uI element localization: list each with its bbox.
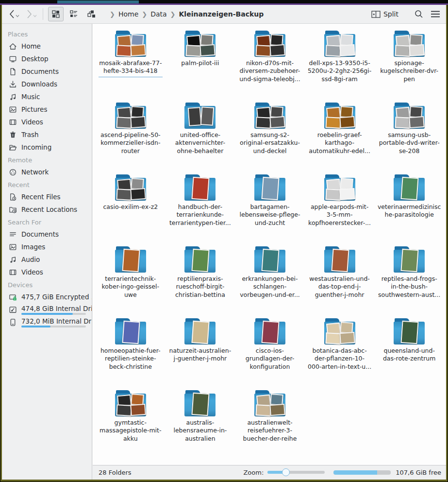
folder-item[interactable]: reptilienpraxis- rueschoff-birgit- chris… [166, 242, 235, 314]
device-entry: 732,0 MiB Internal Dri... [21, 317, 92, 327]
folder-item[interactable]: westaustralien-und- das-top-end-j- guent… [305, 242, 375, 314]
folder-preview-thumbnail [116, 117, 132, 129]
folder-item[interactable]: spionage- kugelschreiber-dvr- pen [374, 27, 444, 99]
sidebar-item-label: Trash [21, 131, 39, 138]
menu-button[interactable] [431, 10, 440, 18]
section-title-remote: Remote [2, 154, 92, 166]
sidebar-item-475-7-gib-encrypted[interactable]: 475,7 GiB Encrypted ... [2, 291, 92, 303]
doc-lines-icon [9, 230, 17, 239]
sidebar-item-pictures[interactable]: Pictures [2, 103, 92, 116]
sidebar-item-recent-files[interactable]: Recent Files [2, 190, 92, 203]
tree-view-icon [87, 10, 96, 18]
breadcrumb-chevron-icon: ❯ [170, 11, 176, 18]
section-title-places: Places [2, 28, 92, 40]
back-button[interactable] [9, 9, 19, 19]
folder-icon [324, 103, 355, 129]
folder-name: erkrankungen-bei- schlangen- vorbeugen-u… [240, 275, 300, 299]
sidebar-item-videos[interactable]: Videos [2, 266, 92, 278]
folder-item[interactable]: united-office- aktenvernichter- ohne-beh… [166, 99, 235, 171]
sidebar-item-732-0-mib-internal-dri[interactable]: 732,0 MiB Internal Dri... [2, 316, 92, 328]
folder-item[interactable]: terrarientechnik- kober-ingo-geissel- uw… [96, 242, 166, 314]
sidebar-item-documents[interactable]: Documents [2, 65, 92, 78]
folder-item[interactable]: naturzeit-australien- j-guenther-j-mohr [166, 314, 235, 386]
folder-item[interactable]: bartagamen- lebensweise-pflege- und-zuch… [235, 171, 305, 242]
sidebar-item-audio[interactable]: Audio [2, 253, 92, 266]
sidebar-item-downloads[interactable]: Downloads [2, 78, 92, 90]
folder-item[interactable]: samsung-usb- portable-dvd-writer- se-208 [374, 99, 444, 171]
sidebar-item-label: Pictures [21, 105, 47, 113]
folder-name: apple-earpods-mit- 3-5-mm- kopfhoererste… [308, 203, 371, 227]
icons-view-button[interactable] [48, 7, 64, 21]
folder-item[interactable]: roebelin-graef- karthago- automatikuhr-e… [305, 99, 375, 171]
folder-item[interactable]: mosaik-abrafaxe-77- hefte-334-bis-418 [96, 27, 166, 99]
folder-icon [254, 31, 285, 57]
folder-item[interactable]: australis- lebensraeume-in- australien [166, 386, 235, 458]
folder-item[interactable]: botanica-das-abc- der-pflanzen-10- 000-a… [305, 314, 375, 386]
folder-view[interactable]: mosaik-abrafaxe-77- hefte-334-bis-418pal… [93, 24, 446, 465]
folder-preview-thumbnail [331, 249, 349, 272]
folder-item[interactable]: erkrankungen-bei- schlangen- vorbeugen-u… [235, 242, 305, 314]
folder-preview-thumbnail [192, 321, 210, 344]
folder-item[interactable]: gymtastic- massagepistole-mit- akku [96, 386, 166, 458]
zoom-slider[interactable] [267, 468, 325, 477]
folder-item[interactable]: casio-exilim-ex-z2 [96, 171, 166, 242]
search-button[interactable] [414, 9, 424, 19]
folder-icon [254, 103, 285, 129]
sidebar-item-videos[interactable]: Videos [2, 116, 92, 128]
folder-icon [394, 318, 425, 344]
folder-icon [394, 246, 425, 273]
sidebar-item-incoming[interactable]: Incoming [2, 141, 92, 154]
folder-item[interactable]: dell-xps-13-9350-i5- 5200u-2-2ghz-256gi-… [305, 27, 375, 99]
forward-button[interactable] [26, 9, 37, 19]
sidebar-item-label: Images [21, 243, 45, 251]
sidebar-item-label: Desktop [21, 55, 49, 63]
folder-item[interactable]: nikon-d70s-mit- diversem-zubehoer- und-s… [235, 27, 305, 99]
status-bar: 28 Folders Zoom: 107,6 GiB free [93, 465, 446, 480]
sidebar-item-music[interactable]: Music [2, 90, 92, 103]
section-title-recent: Recent [2, 178, 92, 190]
breadcrumb: ❯ Home ❯ Data ❯ Kleinanzeigen-Backup [106, 10, 264, 18]
folder-item[interactable]: apple-earpods-mit- 3-5-mm- kopfhoererste… [305, 171, 375, 242]
folder-name: palm-pilot-iii [181, 59, 219, 67]
folder-item[interactable]: queensland-und- das-rote-zentrum [374, 314, 444, 386]
sidebar-item-recent-locations[interactable]: Recent Locations [2, 203, 92, 216]
folder-name: casio-exilim-ex-z2 [103, 203, 158, 211]
sidebar-item-images[interactable]: Images [2, 241, 92, 253]
folder-icon [115, 103, 146, 129]
split-button[interactable]: Split [371, 10, 398, 18]
folder-item[interactable]: samsung-s2- original-ersatzakku- und-dec… [235, 99, 305, 171]
folder-icon [254, 174, 285, 201]
folder-item[interactable]: cisco-ios- grundlagen-der- konfiguration [235, 314, 305, 386]
sidebar-item-trash[interactable]: Trash [2, 128, 92, 141]
folder-item[interactable]: palm-pilot-iii [166, 27, 235, 99]
breadcrumb-home[interactable]: Home [118, 10, 138, 18]
sidebar-item-network[interactable]: Network [2, 166, 92, 178]
sidebar-item-474-8-gib-internal-dri[interactable]: 474,8 GiB Internal Dri... [2, 303, 92, 316]
folder-preview-thumbnail [339, 44, 355, 56]
folder-icon [324, 31, 355, 57]
disk-usage-bar [333, 470, 391, 475]
folder-item[interactable]: reptiles-and-frogs- in-the-bush- southwe… [374, 242, 444, 314]
breadcrumb-current-folder[interactable]: Kleinanzeigen-Backup [179, 10, 264, 18]
details-view-button[interactable] [66, 7, 81, 21]
folder-item[interactable]: handbuch-der- terrarienkunde- terrarient… [166, 171, 235, 242]
folder-preview-thumbnail [116, 404, 132, 416]
folder-item[interactable]: australienwelt- reisefuehrer-3- buecher-… [235, 386, 305, 458]
folder-item[interactable]: veterinaermedizinisc he-parasitologie [374, 171, 444, 242]
sidebar-item-desktop[interactable]: Desktop [2, 52, 92, 65]
hamburger-menu-icon [431, 10, 440, 18]
sidebar-item-documents[interactable]: Documents [2, 228, 92, 241]
tree-view-button[interactable] [84, 7, 99, 21]
folder-item[interactable]: homoeopathie-fuer- reptilien-steinke- be… [96, 314, 166, 386]
folder-item[interactable]: ascend-pipeline-50- kommerzieller-isdn- … [96, 99, 166, 171]
folder-preview-thumbnail [188, 107, 202, 126]
breadcrumb-data[interactable]: Data [150, 10, 166, 18]
folder-preview-thumbnail [261, 249, 279, 272]
folder-icon [184, 103, 216, 129]
folder-icon [115, 174, 146, 201]
folder-icon [254, 390, 285, 416]
desktop-icon [9, 55, 17, 63]
zoom-slider-handle[interactable] [282, 468, 290, 476]
sidebar-item-home[interactable]: Home [2, 40, 92, 52]
sidebar-item-label: 475,7 GiB Encrypted ... [21, 293, 92, 301]
